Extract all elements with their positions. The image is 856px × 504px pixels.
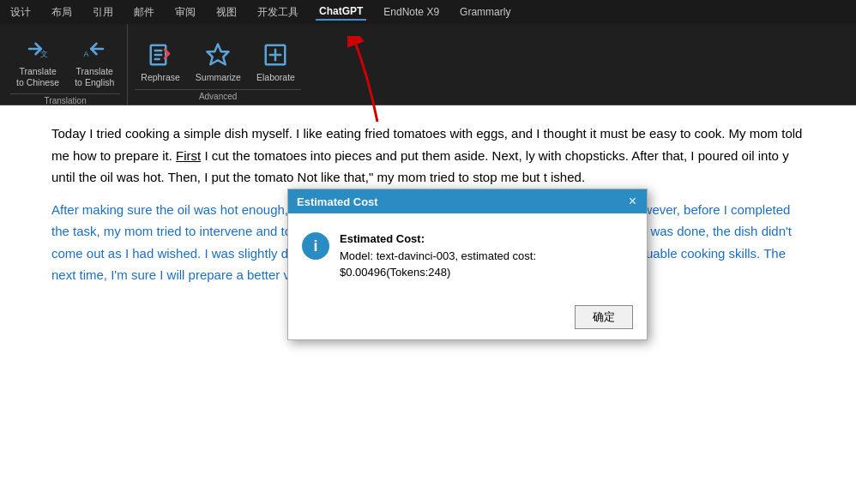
dialog-message: Estimated Cost: Model: text-davinci-003,… [340, 231, 633, 281]
dialog-message-body: Model: text-davinci-003, estimated cost:… [340, 249, 536, 279]
dialog-footer: 确定 [288, 298, 647, 339]
estimated-cost-dialog: Estimated Cost × i Estimated Cost: Model… [287, 189, 648, 340]
dialog-body: i Estimated Cost: Model: text-davinci-00… [288, 213, 647, 298]
dialog-info-icon: i [302, 232, 329, 260]
dialog-title: Estimated Cost [297, 195, 378, 208]
dialog-overlay: Estimated Cost × i Estimated Cost: Model… [0, 0, 856, 504]
dialog-close-button[interactable]: × [627, 195, 638, 208]
dialog-titlebar: Estimated Cost × [288, 189, 647, 213]
dialog-ok-button[interactable]: 确定 [575, 305, 633, 329]
dialog-message-title: Estimated Cost: [340, 232, 425, 245]
